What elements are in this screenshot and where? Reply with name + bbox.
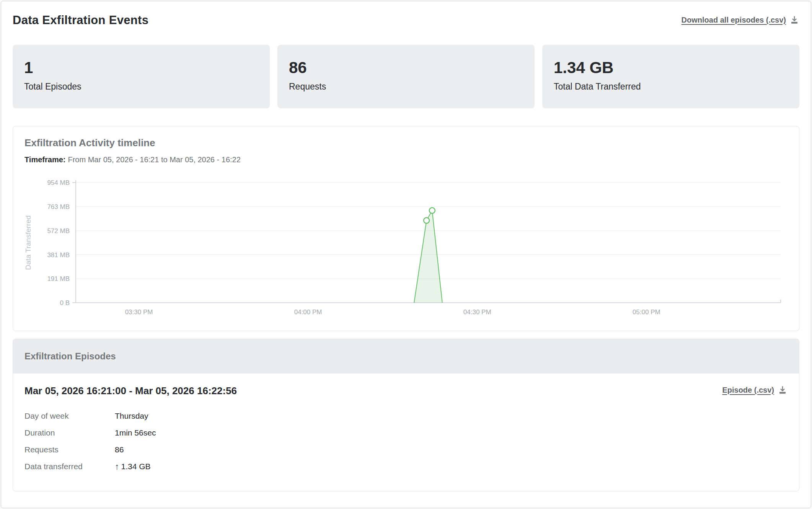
field-label: Data transferred <box>24 462 115 471</box>
y-tick-label: 763 MB <box>47 203 70 210</box>
stat-label: Requests <box>289 82 523 92</box>
y-tick-label: 191 MB <box>47 275 70 282</box>
field-label: Requests <box>24 445 115 454</box>
y-tick-label: 381 MB <box>47 251 70 259</box>
series-area <box>414 210 442 303</box>
field-row-requests: Requests 86 <box>24 441 788 458</box>
y-tick-label: 572 MB <box>47 227 70 235</box>
download-all-episodes-link[interactable]: Download all episodes (.csv) <box>682 15 799 25</box>
x-tick-label: 04:30 PM <box>463 308 491 316</box>
field-label: Day of week <box>24 411 115 421</box>
page-root: Data Exfiltration Events Download all ep… <box>0 0 812 509</box>
timeline-title: Exfiltration Activity timeline <box>24 137 788 149</box>
stat-card-requests: 86 Requests <box>277 45 535 108</box>
timeframe: Timeframe:From Mar 05, 2026 - 16:21 to M… <box>24 155 788 164</box>
exfiltration-timeline-chart: 954 MB763 MB572 MB381 MB191 MB0 B03:30 P… <box>24 168 788 323</box>
header: Data Exfiltration Events Download all ep… <box>1 1 811 27</box>
y-tick-label: 0 B <box>60 299 70 307</box>
field-value: 86 <box>115 445 124 454</box>
stat-card-total-episodes: 1 Total Episodes <box>13 45 270 108</box>
y-tick-label: 954 MB <box>47 179 70 186</box>
field-label: Duration <box>24 428 115 437</box>
x-tick-label: 04:00 PM <box>294 308 322 316</box>
timeframe-label: Timeframe: <box>24 155 65 164</box>
download-all-episodes-label: Download all episodes (.csv) <box>682 16 786 24</box>
field-value: ↑ 1.34 GB <box>115 462 151 471</box>
arrow-up-icon: ↑ <box>115 462 119 471</box>
field-value: Thursday <box>115 411 148 421</box>
field-value-text: 1.34 GB <box>121 462 151 471</box>
timeline-card: Exfiltration Activity timeline Timeframe… <box>13 126 799 331</box>
x-tick-label: 05:00 PM <box>633 308 660 316</box>
stat-value: 1 <box>24 59 258 77</box>
content-frame: Data Exfiltration Events Download all ep… <box>1 1 811 508</box>
episode-download-label: Episode (.csv) <box>722 386 774 395</box>
stat-label: Total Data Transferred <box>554 82 788 92</box>
timeframe-value: From Mar 05, 2026 - 16:21 to Mar 05, 202… <box>68 155 240 164</box>
stats-row: 1 Total Episodes 86 Requests 1.34 GB Tot… <box>13 45 799 108</box>
stat-label: Total Episodes <box>24 82 258 92</box>
episode-download-link[interactable]: Episode (.csv) <box>722 385 788 395</box>
download-icon <box>789 15 799 25</box>
x-tick-label: 03:30 PM <box>125 308 153 316</box>
episode-title: Mar 05, 2026 16:21:00 - Mar 05, 2026 16:… <box>24 385 237 397</box>
stat-value: 86 <box>289 59 523 77</box>
stat-value: 1.34 GB <box>554 59 788 77</box>
stat-card-data-transferred: 1.34 GB Total Data Transferred <box>542 45 799 108</box>
episode-item: Mar 05, 2026 16:21:00 - Mar 05, 2026 16:… <box>13 374 799 491</box>
field-row-data-transferred: Data transferred ↑ 1.34 GB <box>24 458 788 475</box>
download-icon <box>778 385 788 395</box>
episode-fields: Day of week Thursday Duration 1min 56sec… <box>24 408 788 475</box>
episodes-header: Exfiltration Episodes <box>13 339 799 374</box>
data-point-marker <box>424 218 429 224</box>
episodes-card: Exfiltration Episodes Mar 05, 2026 16:21… <box>13 339 799 491</box>
y-axis-title: Data Transferred <box>24 215 32 270</box>
page-title: Data Exfiltration Events <box>13 13 148 27</box>
field-value: 1min 56sec <box>115 428 156 437</box>
field-row-day-of-week: Day of week Thursday <box>24 408 788 424</box>
episode-top-row: Mar 05, 2026 16:21:00 - Mar 05, 2026 16:… <box>24 385 788 397</box>
field-row-duration: Duration 1min 56sec <box>24 424 788 441</box>
data-point-marker <box>429 208 435 214</box>
